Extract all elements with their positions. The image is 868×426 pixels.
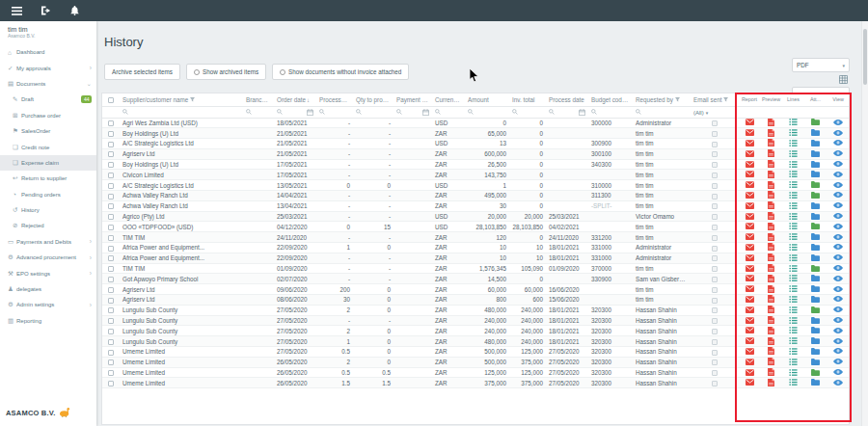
view-eye-icon[interactable] [833, 254, 843, 261]
column-header-processed-qty[interactable]: Processed qty [316, 93, 353, 106]
column-header-payment-date[interactable]: Payment date [393, 93, 432, 106]
row-checkbox[interactable] [108, 350, 114, 356]
view-eye-icon[interactable] [833, 380, 843, 386]
table-row[interactable]: Boy Holdings (U) Ltd21/05/2021--ZAR65,00… [102, 128, 850, 139]
attachment-folder-icon[interactable] [811, 120, 820, 126]
report-icon[interactable] [746, 359, 754, 366]
column-header-requested-by[interactable]: Requested by [633, 93, 691, 106]
column-header-report[interactable]: Report [739, 93, 760, 106]
export-icon[interactable] [839, 75, 848, 84]
attachment-folder-icon[interactable] [811, 255, 820, 262]
view-eye-icon[interactable] [833, 286, 843, 293]
preview-pdf-icon[interactable] [768, 131, 774, 138]
report-icon[interactable] [746, 151, 754, 158]
sidebar-item-credit-note[interactable]: ❏Credit note [0, 139, 96, 154]
lines-icon[interactable] [789, 255, 798, 262]
preview-pdf-icon[interactable] [768, 329, 774, 335]
attachment-folder-icon[interactable] [811, 151, 820, 158]
view-eye-icon[interactable] [833, 359, 843, 365]
report-icon[interactable] [746, 318, 754, 325]
preview-pdf-icon[interactable] [768, 381, 774, 387]
report-icon[interactable] [746, 328, 754, 334]
view-eye-icon[interactable] [833, 182, 843, 189]
preview-pdf-icon[interactable] [768, 359, 774, 366]
lines-icon[interactable] [789, 141, 798, 147]
table-row[interactable]: Africa Power and Equipment...22/09/20201… [102, 243, 850, 253]
column-header-supplier-customer-name[interactable]: Supplier/customer name [120, 93, 243, 106]
email-sent-checkbox[interactable] [712, 307, 718, 313]
filter-icon[interactable] [460, 96, 465, 103]
attachment-folder-icon[interactable] [811, 286, 820, 293]
email-sent-checkbox[interactable] [712, 287, 718, 293]
email-sent-checkbox[interactable] [712, 370, 718, 376]
table-row[interactable]: A/C Strategic Logistics Ltd21/05/2021--U… [102, 139, 850, 149]
report-icon[interactable] [746, 338, 754, 345]
row-checkbox[interactable] [108, 359, 114, 365]
lines-icon[interactable] [789, 120, 798, 126]
table-row[interactable]: Agrico (Pty) Ltd25/03/2021--USD20,00020,… [102, 211, 850, 222]
report-icon[interactable] [746, 234, 754, 241]
column-header-view[interactable]: View [827, 93, 850, 106]
preview-pdf-icon[interactable] [768, 287, 774, 294]
filter-cell-process-date[interactable] [546, 106, 588, 118]
row-checkbox[interactable] [108, 183, 114, 189]
email-sent-checkbox[interactable] [712, 359, 718, 365]
report-icon[interactable] [746, 245, 754, 252]
column-header-currency[interactable]: Currency [432, 93, 465, 106]
attachment-folder-icon[interactable] [811, 359, 820, 366]
sidebar-item-reporting[interactable]: ▥Reporting [0, 313, 96, 329]
row-checkbox[interactable] [108, 131, 114, 137]
sidebar-item-purchase-order[interactable]: ⊞Purchase order [0, 108, 96, 123]
report-icon[interactable] [746, 141, 754, 147]
preview-pdf-icon[interactable] [768, 214, 774, 221]
report-icon[interactable] [746, 214, 754, 221]
table-row[interactable]: TIM TIM01/09/2020--ZAR1,576,345105,09001… [102, 263, 850, 274]
report-icon[interactable] [746, 182, 754, 189]
filter-cell-currency[interactable] [432, 106, 465, 118]
row-checkbox[interactable] [108, 307, 114, 313]
lines-icon[interactable] [789, 380, 798, 386]
preview-pdf-icon[interactable] [768, 162, 774, 169]
logout-icon[interactable] [39, 6, 52, 15]
view-eye-icon[interactable] [833, 244, 843, 251]
filter-cell-payment-date[interactable] [393, 106, 432, 118]
filter-cell-qty-to-process[interactable] [353, 106, 393, 118]
filter-cell-processed-qty[interactable] [316, 106, 353, 118]
lines-icon[interactable] [789, 307, 798, 314]
table-row[interactable]: Agri Wes Zambia Ltd (USD)18/05/2021--USD… [102, 118, 850, 128]
lines-icon[interactable] [789, 370, 798, 377]
lines-icon[interactable] [789, 266, 798, 273]
preview-pdf-icon[interactable] [768, 370, 774, 377]
email-sent-checkbox[interactable] [712, 298, 718, 304]
column-header-qty-to-process[interactable]: Qty to process [353, 93, 393, 106]
email-sent-filter-select[interactable]: (All)▾ [693, 110, 708, 116]
email-sent-checkbox[interactable] [712, 339, 718, 345]
notifications-icon[interactable] [68, 6, 81, 15]
email-sent-checkbox[interactable] [712, 318, 718, 324]
preview-pdf-icon[interactable] [768, 339, 774, 346]
view-eye-icon[interactable] [833, 234, 843, 241]
report-icon[interactable] [746, 266, 754, 273]
filter-icon[interactable] [721, 96, 728, 103]
preview-pdf-icon[interactable] [768, 183, 774, 190]
preview-pdf-icon[interactable] [768, 151, 774, 158]
column-header-lines[interactable]: Lines [782, 93, 804, 106]
preview-pdf-icon[interactable] [768, 173, 774, 179]
table-row[interactable]: Lungulu Sub County27/05/2020--ZAR240,000… [102, 315, 850, 326]
email-sent-checkbox[interactable] [712, 120, 718, 126]
filter-cell-requested-by[interactable] [633, 106, 691, 118]
sidebar-item-advanced-procurement[interactable]: ⚙Advanced procurement› [0, 250, 96, 265]
view-eye-icon[interactable] [833, 140, 843, 146]
column-header-branch[interactable]: Branch [243, 93, 274, 106]
view-eye-icon[interactable] [833, 120, 843, 126]
column-header-email-sent[interactable]: Email sent [691, 93, 739, 106]
email-sent-checkbox[interactable] [712, 350, 718, 356]
report-icon[interactable] [746, 162, 754, 169]
row-checkbox[interactable] [108, 329, 114, 334]
sidebar-item-my-approvals[interactable]: ✓My approvals› [0, 60, 96, 75]
view-eye-icon[interactable] [833, 276, 843, 282]
lines-icon[interactable] [789, 172, 798, 178]
lines-icon[interactable] [789, 214, 798, 221]
table-row[interactable]: Umeme Limited26/05/20200.50.5ZAR125,0001… [102, 367, 850, 378]
email-sent-checkbox[interactable] [712, 194, 718, 200]
